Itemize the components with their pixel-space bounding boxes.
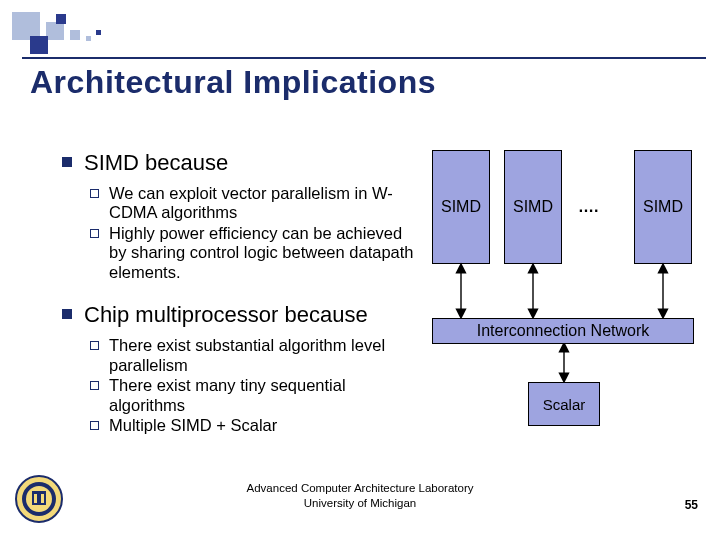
svg-rect-8 [34, 494, 37, 503]
bullet-text: There exist many tiny sequential algorit… [109, 376, 418, 415]
bullet-level2: Highly power efficiency can be achieved … [90, 224, 418, 282]
deco-square [56, 14, 66, 24]
bullet-level2: There exist substantial algorithm level … [90, 336, 418, 375]
university-seal-icon [14, 474, 64, 524]
footer-line: Advanced Computer Architecture Laborator… [0, 481, 720, 495]
bullet-text: Chip multiprocessor because [84, 302, 368, 328]
bullet-icon [62, 157, 72, 167]
bullet-text: There exist substantial algorithm level … [109, 336, 418, 375]
footer-line: University of Michigan [0, 496, 720, 510]
deco-square [86, 36, 91, 41]
bullet-level2: There exist many tiny sequential algorit… [90, 376, 418, 415]
slide: Architectural Implications SIMD because … [0, 0, 720, 540]
bullet-text: We can exploit vector parallelism in W-C… [109, 184, 418, 223]
svg-rect-9 [41, 494, 44, 503]
bullet-level1: Chip multiprocessor because [62, 302, 418, 328]
slide-footer: Advanced Computer Architecture Laborator… [0, 481, 720, 510]
page-number: 55 [685, 498, 698, 512]
bullet-outline-icon [90, 341, 99, 350]
deco-square [70, 30, 80, 40]
bullet-icon [62, 309, 72, 319]
bullet-level2: We can exploit vector parallelism in W-C… [90, 184, 418, 223]
bullet-level1: SIMD because [62, 150, 418, 176]
bullet-outline-icon [90, 421, 99, 430]
architecture-diagram: SIMD SIMD …. SIMD Interconnection Networ… [432, 150, 696, 420]
title-rule [22, 57, 706, 59]
content-area: SIMD because We can exploit vector paral… [62, 150, 418, 456]
deco-square [30, 36, 48, 54]
bullet-level2: Multiple SIMD + Scalar [90, 416, 418, 435]
bullet-outline-icon [90, 189, 99, 198]
bullet-outline-icon [90, 381, 99, 390]
deco-square [96, 30, 101, 35]
bullet-outline-icon [90, 229, 99, 238]
deco-square [46, 22, 64, 40]
slide-title: Architectural Implications [30, 64, 436, 101]
bullet-text: Multiple SIMD + Scalar [109, 416, 277, 435]
interconnection-network-box: Interconnection Network [432, 318, 694, 344]
scalar-box: Scalar [528, 382, 600, 426]
bullet-text: Highly power efficiency can be achieved … [109, 224, 418, 282]
bullet-text: SIMD because [84, 150, 228, 176]
